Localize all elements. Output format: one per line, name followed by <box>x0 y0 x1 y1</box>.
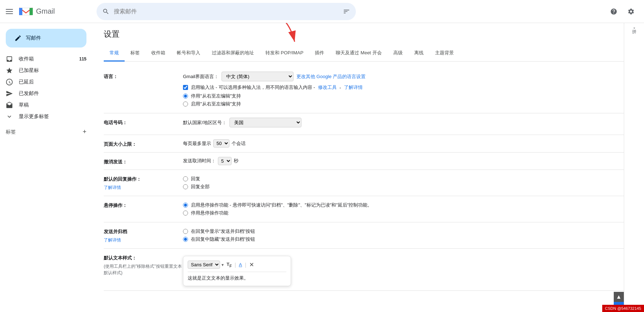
gmail-text: Gmail <box>36 7 55 15</box>
sa-hide-label: 在回复中隐藏"发送并归档"按钮 <box>191 236 255 243</box>
font-color-btn[interactable]: A <box>237 261 243 268</box>
pin-button[interactable]: 拼 <box>631 26 637 30</box>
pagesize-select[interactable]: 50 <box>213 139 229 148</box>
sidebar-item-more[interactable]: 显示更多标签 <box>0 111 92 122</box>
tab-addons[interactable]: 插件 <box>309 45 330 62</box>
phone-control: 默认国家/地区区号： 美国 <box>183 118 632 130</box>
pagesize-after: 个会话 <box>232 140 246 147</box>
sidebar-item-starred[interactable]: 已加星标 <box>0 65 92 76</box>
tab-advanced[interactable]: 高级 <box>388 45 408 62</box>
tab-filters[interactable]: 过滤器和屏蔽的地址 <box>206 45 260 62</box>
sendarchive-control: 在回复中显示"发送并归档"按钮 在回复中隐藏"发送并归档"按钮 <box>183 227 632 244</box>
text-preview: 这就是正文文本的显示效果。 <box>188 275 286 281</box>
sidebar-item-snoozed-label: 已延后 <box>19 79 34 85</box>
filter-icon[interactable] <box>343 8 350 15</box>
pager-up-button[interactable]: ▲ <box>614 292 624 302</box>
settings-icon <box>627 8 635 15</box>
svg-rect-1 <box>19 8 22 15</box>
settings-row-sendarchive: 发送并归档 了解详情 在回复中显示"发送并归档"按钮 在回复中隐藏"发送并归档"… <box>104 222 632 249</box>
search-input[interactable] <box>114 8 339 15</box>
settings-row-textstyle: 默认文本样式： (使用工具栏上的"移除格式"按钮重置文本默认样式) Sans S… <box>104 249 632 291</box>
tab-accounts[interactable]: 帐号和导入 <box>171 45 206 62</box>
sa-show-radio[interactable] <box>183 229 188 234</box>
sa-hide-row: 在回复中隐藏"发送并归档"按钮 <box>183 236 632 243</box>
settings-row-hover: 悬停操作： 启用悬停操作功能 - 悬停即可快速访问"归档"、"删除"、"标记为已… <box>104 196 632 222</box>
language-control: Gmail界面语言： 中文 (简体) 更改其他 Google 产品的语言设置 启… <box>183 72 632 109</box>
undo-select[interactable]: 5 <box>218 157 232 165</box>
right-panel: 拼 <box>624 23 644 312</box>
undo-send-label: 发送取消时间： <box>183 158 216 164</box>
rtl-enable-row: 启用"从右至左编辑"支持 <box>183 101 632 107</box>
font-select[interactable]: Sans Serif <box>188 261 220 269</box>
change-lang-link[interactable]: 更改其他 Google 产品的语言设置 <box>296 73 366 80</box>
rtl-enable-radio[interactable] <box>183 101 188 107</box>
reply-learn-link[interactable]: 了解详情 <box>104 184 183 191</box>
topbar-right <box>607 4 638 19</box>
modify-tools-link[interactable]: 修改工具 <box>318 84 337 91</box>
pagesize-label: 页面大小上限： <box>104 139 183 148</box>
sidebar-item-inbox-label: 收件箱 <box>19 56 34 62</box>
textstyle-label: 默认文本样式： (使用工具栏上的"移除格式"按钮重置文本默认样式) <box>104 253 183 276</box>
add-label-icon[interactable]: + <box>82 128 86 136</box>
tab-general[interactable]: 常规 <box>104 45 125 62</box>
tab-chat[interactable]: 聊天及通过 Meet 开会 <box>330 45 387 62</box>
tab-forwarding[interactable]: 转发和 POP/IMAP <box>260 45 309 62</box>
settings-row-undo: 撤消发送： 发送取消时间： 5 秒 <box>104 153 632 170</box>
learn-more-lang-link[interactable]: 了解详情 <box>344 84 363 91</box>
reply-radio[interactable] <box>183 176 188 181</box>
phone-select[interactable]: 美国 <box>229 118 301 127</box>
undo-label: 撤消发送： <box>104 157 183 166</box>
menu-icon[interactable] <box>6 9 13 14</box>
pagesize-before: 每页最多显示 <box>183 140 211 147</box>
sidebar: 写邮件 收件箱 115 已加星标 已延后 已发邮件 草稿 显示更多标签 标签 <box>0 23 92 312</box>
sidebar-item-inbox[interactable]: 收件箱 115 <box>0 53 92 65</box>
sendarchive-label: 发送并归档 了解详情 <box>104 227 183 243</box>
text-format-toolbar: Sans Serif ▾ TF | A | ✕ <box>188 261 286 272</box>
starred-icon <box>6 67 13 74</box>
language-select[interactable]: 中文 (简体) <box>222 72 294 81</box>
help-button[interactable] <box>607 4 621 19</box>
more-icon <box>6 113 13 120</box>
gmail-logo[interactable]: Gmail <box>19 6 55 17</box>
sidebar-item-snoozed[interactable]: 已延后 <box>0 76 92 88</box>
tab-themes[interactable]: 主题背景 <box>429 45 460 62</box>
rtl-disable-radio[interactable] <box>183 94 188 99</box>
input-method-label: 启用输入法 - 可以选用多种输入法，用不同的语言输入内容 - <box>191 84 315 91</box>
compose-button[interactable]: 写邮件 <box>6 29 86 48</box>
textstyle-sublabel: (使用工具栏上的"移除格式"按钮重置文本默认样式) <box>104 263 183 276</box>
labels-section: 标签 + <box>0 122 92 139</box>
toolbar-separator2: | <box>245 262 246 268</box>
settings-row-phone: 电话号码： 默认国家/地区区号： 美国 <box>104 113 632 135</box>
input-method-checkbox[interactable] <box>183 85 188 90</box>
sidebar-item-drafts[interactable]: 草稿 <box>0 99 92 111</box>
tab-inbox[interactable]: 收件箱 <box>146 45 171 62</box>
clear-format-btn[interactable]: ✕ <box>248 261 255 269</box>
compose-label: 写邮件 <box>26 35 41 41</box>
inbox-count: 115 <box>79 56 86 62</box>
sent-icon <box>6 90 13 97</box>
phone-label: 电话号码： <box>104 118 183 126</box>
reply-label-text: 回复 <box>191 176 200 182</box>
hover-disable-row: 停用悬停操作功能 <box>183 210 632 216</box>
drafts-icon <box>6 101 13 109</box>
settings-row-pagesize: 页面大小上限： 每页最多显示 50 个会话 <box>104 135 632 153</box>
hover-label: 悬停操作： <box>104 200 183 209</box>
topbar-left: Gmail <box>6 6 92 17</box>
chevron-down-icon <box>632 26 636 30</box>
hover-disable-radio[interactable] <box>183 211 188 216</box>
sidebar-item-sent[interactable]: 已发邮件 <box>0 88 92 99</box>
compose-icon <box>14 35 22 42</box>
tab-labels[interactable]: 标签 <box>125 45 146 62</box>
font-separator: ▾ <box>222 262 224 267</box>
hover-enable-radio[interactable] <box>183 203 188 208</box>
settings-button[interactable] <box>624 4 638 19</box>
tab-offline[interactable]: 离线 <box>408 45 429 62</box>
rtl-disable-row: 停用"从右至左编辑"支持 <box>183 93 632 99</box>
sendarchive-learn-link[interactable]: 了解详情 <box>104 237 183 243</box>
sa-hide-radio[interactable] <box>183 237 188 242</box>
reply-all-radio[interactable] <box>183 184 188 189</box>
input-method-row: 启用输入法 - 可以选用多种输入法，用不同的语言输入内容 - 修改工具 - 了解… <box>183 84 632 91</box>
reply-all-option-row: 回复全部 <box>183 184 632 190</box>
csdn-badge: CSDN @546732145 <box>602 305 644 312</box>
font-size-btn[interactable]: TF <box>225 261 233 269</box>
